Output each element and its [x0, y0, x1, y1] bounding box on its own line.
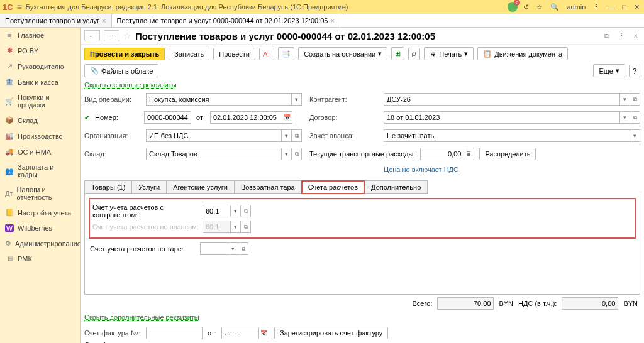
sidebar-item-wb[interactable]: WWildberries [0, 220, 80, 236]
tab-extra[interactable]: Дополнительно [364, 180, 428, 194]
advance-label: Зачет аванса: [309, 132, 379, 139]
contract-field[interactable] [384, 111, 620, 124]
bank-icon: 🏦 [5, 78, 14, 86]
dropdown-icon[interactable]: ▾ [292, 93, 302, 106]
structure-button[interactable]: 📑 [278, 47, 294, 60]
menu-icon[interactable]: ≡ [17, 2, 22, 12]
acc-contr-label: Счет учета расчетов с контрагентом: [92, 204, 203, 219]
user-label[interactable]: admin [565, 3, 587, 11]
op-type-field[interactable] [146, 93, 292, 106]
settings-icon[interactable]: ⋮ [591, 3, 602, 11]
transport-field[interactable] [420, 148, 464, 160]
maximize-icon[interactable]: □ [620, 3, 628, 11]
sidebar-item-settings[interactable]: 📒Настройка учета [0, 205, 80, 220]
search-icon[interactable]: 🔍 [548, 3, 561, 11]
distribute-button[interactable]: Распределить [479, 148, 536, 160]
sidebar-item-warehouse[interactable]: 📦Склад [0, 112, 80, 128]
sf-num-field[interactable] [146, 327, 203, 339]
sidebar-item-assets[interactable]: 🚚ОС и НМА [0, 144, 80, 160]
more-icon[interactable]: ⋮ [616, 32, 628, 40]
sidebar-item-rmk[interactable]: 🖥РМК [0, 251, 80, 266]
dropdown-icon[interactable]: ▾ [282, 148, 292, 160]
write-button[interactable]: Записать [169, 48, 209, 60]
sidebar-item-production[interactable]: 🏭Производство [0, 128, 80, 144]
print-button[interactable]: 🖨 Печать ▾ [424, 47, 474, 60]
sidebar-item-tax[interactable]: ДтНалоги и отчетность [0, 182, 80, 205]
advance-field[interactable] [384, 129, 630, 142]
dt-kt-button[interactable]: Ат [259, 48, 274, 60]
calendar-icon[interactable]: 📅 [282, 111, 292, 124]
open-icon[interactable]: ⧉ [241, 220, 251, 233]
tab-agent[interactable]: Агентские услуги [166, 180, 235, 194]
calc-icon[interactable]: 🖩 [464, 148, 474, 160]
dropdown-icon[interactable]: ▾ [228, 242, 238, 255]
date-field[interactable] [210, 111, 282, 124]
post-button[interactable]: Провести [213, 48, 255, 60]
tab-services[interactable]: Услуги [131, 180, 167, 194]
inner-tabs: Товары (1) Услуги Агентские услуги Возвр… [84, 180, 640, 194]
dropdown-icon[interactable]: ▾ [630, 129, 640, 142]
sidebar-item-admin[interactable]: ⚙Администрирование [0, 236, 80, 251]
hide-extra-link[interactable]: Скрыть дополнительные реквизиты [80, 312, 644, 322]
close-icon[interactable]: × [330, 17, 334, 24]
more-button[interactable]: Еще ▾ [593, 64, 625, 77]
close-icon[interactable]: × [102, 17, 106, 24]
acc-contr-field[interactable] [203, 205, 231, 217]
open-icon[interactable]: ⧉ [292, 148, 302, 160]
post-and-close-button[interactable]: Провести и закрыть [84, 48, 165, 60]
open-icon[interactable]: ⧉ [292, 129, 302, 142]
hide-main-link[interactable]: Скрыть основные реквизиты [80, 80, 644, 90]
sidebar-item-main[interactable]: ≡Главное [0, 28, 80, 43]
acc-adv-field [203, 220, 231, 233]
acc-tare-label: Счет учета расчетов по таре: [90, 245, 200, 253]
truck-icon: 🚚 [5, 148, 14, 156]
price-no-vat-link[interactable]: Цена не включает НДС [384, 166, 458, 173]
dropdown-icon[interactable]: ▾ [620, 111, 630, 124]
excel-button[interactable]: ⊞ [391, 47, 404, 60]
favorites-icon[interactable]: ☆ [535, 3, 545, 11]
contractor-field[interactable] [384, 93, 620, 106]
calendar-icon[interactable]: 📅 [259, 327, 269, 339]
close-page-icon[interactable]: × [631, 32, 640, 40]
back-button[interactable]: ← [84, 30, 100, 41]
sidebar-item-sales[interactable]: 🛒Покупки и продажи [0, 90, 80, 112]
sf-date-field[interactable] [221, 327, 259, 339]
warehouse-field[interactable] [146, 148, 282, 160]
create-based-button[interactable]: Создать на основании ▾ [298, 47, 387, 60]
titlebar: 1С ≡ Бухгалтерия для Беларуси, редакция … [0, 0, 644, 14]
dropdown-icon[interactable]: ▾ [231, 205, 241, 217]
link-icon[interactable]: ⧉ [602, 32, 612, 40]
minimize-icon[interactable]: — [606, 3, 616, 11]
sidebar-item-label: Производство [18, 133, 63, 140]
history-icon[interactable]: ↺ [521, 3, 531, 11]
help-button[interactable]: ? [629, 65, 640, 77]
doc-tab-current[interactable]: Поступление товаров и услуг 0000-000044 … [112, 14, 340, 27]
sidebar-item-label: Склад [18, 117, 38, 124]
open-icon[interactable]: ⧉ [630, 111, 640, 124]
movements-button[interactable]: 📋 Движения документа [477, 47, 568, 60]
acc-tare-field[interactable] [200, 242, 228, 255]
open-icon[interactable]: ⧉ [241, 205, 251, 217]
cloud-files-button[interactable]: 📎 Файлы в облаке [84, 64, 158, 77]
currency-label: BYN [623, 300, 638, 307]
dropdown-icon[interactable]: ▾ [282, 129, 292, 142]
sidebar-item-bank[interactable]: 🏦Банк и касса [0, 74, 80, 90]
sidebar-item-manager[interactable]: ↗Руководителю [0, 58, 80, 74]
open-icon[interactable]: ⧉ [630, 93, 640, 106]
close-window-icon[interactable]: ✕ [632, 3, 641, 11]
tab-accounts[interactable]: Счета расчетов [301, 180, 365, 194]
number-field[interactable] [144, 111, 191, 124]
sidebar-item-salary[interactable]: 👥Зарплата и кадры [0, 160, 80, 182]
register-sf-button[interactable]: Зарегистрировать счет-фактуру [274, 327, 388, 339]
dropdown-icon[interactable]: ▾ [620, 93, 630, 106]
org-field[interactable] [146, 129, 282, 142]
forward-button[interactable]: → [104, 30, 119, 41]
tab-goods[interactable]: Товары (1) [84, 180, 132, 194]
star-icon[interactable]: ☆ [123, 31, 131, 41]
doc-tab-list[interactable]: Поступление товаров и услуг × [0, 14, 112, 27]
sidebar-item-roby[interactable]: ✱РО.BY [0, 43, 80, 58]
scan-button[interactable]: ⎙ [408, 48, 420, 60]
open-icon[interactable]: ⧉ [238, 242, 248, 255]
notifications-icon[interactable] [508, 2, 518, 12]
tab-tare[interactable]: Возвратная тара [234, 180, 302, 194]
